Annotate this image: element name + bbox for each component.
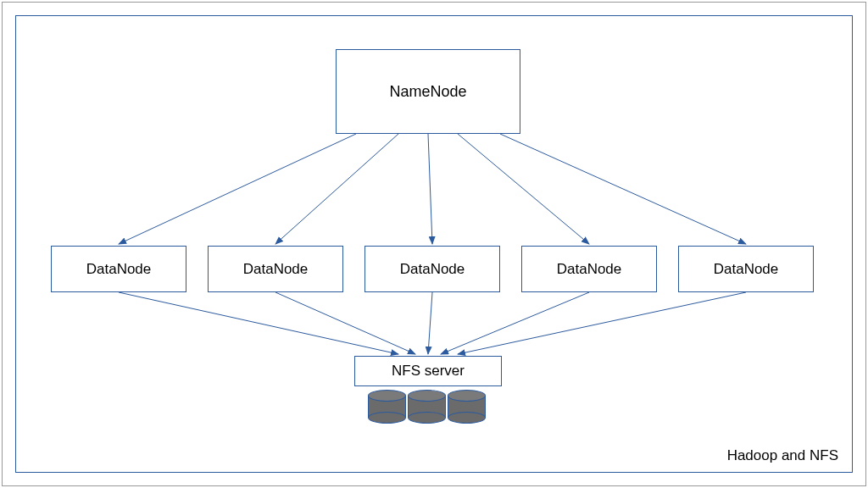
diagram-caption: Hadoop and NFS <box>727 447 838 464</box>
datanode-box: DataNode <box>521 246 657 292</box>
datanode-box: DataNode <box>678 246 814 292</box>
disk-icon <box>408 390 446 424</box>
datanode-label: DataNode <box>86 261 152 278</box>
datanode-box: DataNode <box>208 246 343 292</box>
datanode-label: DataNode <box>400 261 465 278</box>
datanode-box: DataNode <box>51 246 186 292</box>
disk-group <box>368 390 486 424</box>
datanode-label: DataNode <box>243 261 309 278</box>
disk-icon <box>368 390 406 424</box>
namenode-box: NameNode <box>336 49 520 134</box>
namenode-label: NameNode <box>389 83 466 101</box>
disk-icon <box>448 390 486 424</box>
nfs-server-box: NFS server <box>354 356 502 386</box>
datanode-label: DataNode <box>714 261 779 278</box>
datanode-box: DataNode <box>364 246 500 292</box>
nfs-label: NFS server <box>392 363 465 380</box>
datanode-label: DataNode <box>557 261 622 278</box>
